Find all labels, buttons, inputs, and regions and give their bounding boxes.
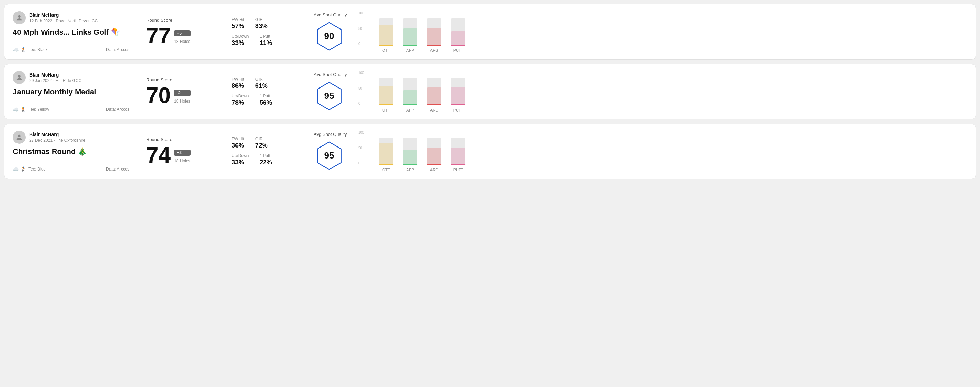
person-icon [16,133,23,141]
bar-label-ott: OTT [382,108,390,112]
section-divider [302,71,302,112]
bar-group-arg: 96 ARG [427,78,441,112]
updown-stat: Up/Down 78% [232,94,248,106]
chart-section: 100 50 0 107 OTT 95 APP [365,11,964,52]
stats-row-bottom: Up/Down 33% 1 Putt 11% [232,34,293,47]
data-source: Data: Arccos [106,107,129,112]
tee-label: Tee: Black [29,48,48,52]
tee-info: ☁️ 🏌️ Tee: Black [13,47,48,52]
card-footer: ☁️ 🏌️ Tee: Black Data: Arccos [13,47,129,52]
gir-stat: GIR 61% [255,77,268,90]
bar-group-putt: 93 PUTT [451,138,465,172]
stats-row-top: FW Hit 36% GIR 72% [232,136,293,149]
updown-label: Up/Down [232,94,248,98]
updown-value: 78% [232,99,248,106]
bar-label-arg: ARG [430,108,438,112]
hexagon-section: Avg Shot Quality 95 [314,72,358,111]
fw-hit-label: FW Hit [232,77,244,82]
stats-row-top: FW Hit 57% GIR 83% [232,17,293,30]
fw-hit-value: 57% [232,23,244,30]
section-divider [223,11,223,52]
score-section: Round Score 74 +2 18 Holes [146,131,215,172]
bar-group-ott: 110 OTT [379,138,393,172]
round-card: Blair McHarg 29 Jan 2022 · Mill Ride GCC… [4,64,976,119]
section-divider [302,131,302,172]
bar-group-ott: 107 OTT [379,18,393,52]
golf-bag-icon: 🏌️ [21,107,26,112]
chart-section: 100 50 0 101 OTT 86 APP [365,71,964,112]
bar-group-ott: 101 OTT [379,78,393,112]
score-section: Round Score 70 -2 18 Holes [146,71,215,112]
golf-bag-icon: 🏌️ [21,47,26,52]
section-divider [302,11,302,52]
golf-bag-icon: 🏌️ [21,167,26,172]
hex-score: 95 [325,90,334,101]
card-left: Blair McHarg 12 Feb 2022 · Royal North D… [13,11,129,52]
fw-hit-value: 86% [232,82,244,90]
section-divider [138,71,138,112]
score-label: Round Score [146,77,215,82]
user-name: Blair McHarg [29,12,98,18]
stats-row-top: FW Hit 86% GIR 61% [232,77,293,90]
hexagon: 95 [314,140,345,171]
user-name: Blair McHarg [29,72,81,78]
bar-label-putt: PUTT [453,108,463,112]
updown-label: Up/Down [232,34,248,39]
hexagon-section: Avg Shot Quality 90 [314,12,358,52]
fw-hit-stat: FW Hit 36% [232,136,244,149]
hexagon-section: Avg Shot Quality 95 [314,132,358,171]
fw-hit-value: 36% [232,142,244,149]
cloud-icon: ☁️ [13,107,19,112]
user-date: 27 Dec 2021 · The Oxfordshire [29,138,86,143]
fw-hit-label: FW Hit [232,136,244,141]
score-row: 70 -2 18 Holes [146,84,215,106]
data-source: Data: Arccos [106,167,129,171]
gir-stat: GIR 83% [255,17,268,30]
gir-value: 61% [255,82,268,90]
bar-label-putt: PUTT [453,48,463,52]
gir-label: GIR [255,77,268,82]
score-number: 77 [146,25,170,47]
score-number: 74 [146,144,170,166]
round-title: 40 Mph Winds... Links Golf 🪁 [13,28,129,37]
updown-stat: Up/Down 33% [232,153,248,166]
gir-label: GIR [255,136,268,141]
tee-info: ☁️ 🏌️ Tee: Yellow [13,107,49,112]
hex-score: 90 [325,31,334,41]
stats-row-bottom: Up/Down 33% 1 Putt 22% [232,153,293,166]
person-icon [16,14,23,22]
section-divider [223,131,223,172]
score-badge: +5 [174,30,190,36]
stats-row-bottom: Up/Down 78% 1 Putt 56% [232,94,293,106]
user-date: 12 Feb 2022 · Royal North Devon GC [29,19,98,23]
section-divider [223,71,223,112]
bar-group-arg: 95 ARG [427,138,441,172]
cloud-icon: ☁️ [13,167,19,172]
bar-label-app: APP [406,168,414,172]
updown-value: 33% [232,159,248,166]
bar-group-app: 86 APP [403,78,417,112]
oneputt-label: 1 Putt [259,34,272,39]
bar-group-putt: 99 PUTT [451,78,465,112]
data-source: Data: Arccos [106,48,129,52]
user-date: 29 Jan 2022 · Mill Ride GCC [29,78,81,83]
updown-label: Up/Down [232,153,248,158]
score-row: 77 +5 18 Holes [146,25,215,47]
avatar [13,131,26,144]
avatar [13,11,26,24]
gir-stat: GIR 72% [255,136,268,149]
section-divider [138,131,138,172]
bar-group-app: 87 APP [403,138,417,172]
bar-label-arg: ARG [430,168,438,172]
oneputt-stat: 1 Putt 11% [259,34,272,47]
score-holes: 18 Holes [174,39,190,44]
hex-score: 95 [325,150,334,161]
oneputt-value: 56% [259,99,272,106]
tee-label: Tee: Yellow [29,107,49,112]
bar-label-ott: OTT [382,48,390,52]
hex-label: Avg Shot Quality [314,132,347,137]
stats-section: FW Hit 86% GIR 61% Up/Down 78% 1 Putt 56… [232,71,293,112]
section-divider [138,11,138,52]
card-left: Blair McHarg 29 Jan 2022 · Mill Ride GCC… [13,71,129,112]
tee-label: Tee: Blue [29,167,46,171]
